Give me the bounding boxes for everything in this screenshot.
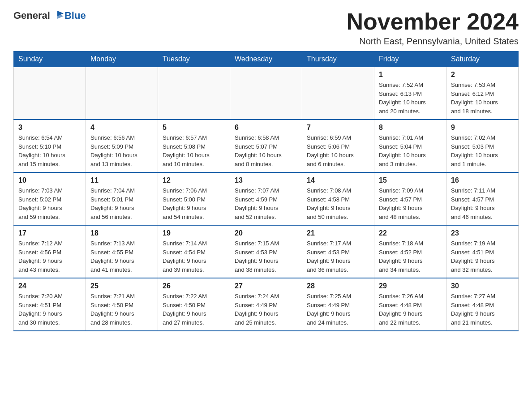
month-title: November 2024 — [347, 9, 519, 34]
day-info: Sunrise: 7:27 AM Sunset: 4:48 PM Dayligh… — [451, 292, 514, 327]
day-number: 26 — [163, 282, 225, 290]
day-info: Sunrise: 7:52 AM Sunset: 6:13 PM Dayligh… — [379, 81, 442, 116]
calendar-cell: 16Sunrise: 7:11 AM Sunset: 4:57 PM Dayli… — [446, 172, 519, 225]
calendar-cell: 29Sunrise: 7:26 AM Sunset: 4:48 PM Dayli… — [374, 278, 446, 331]
day-info: Sunrise: 7:08 AM Sunset: 4:58 PM Dayligh… — [307, 186, 369, 221]
logo-text-general: General — [13, 10, 50, 21]
calendar-cell: 17Sunrise: 7:12 AM Sunset: 4:56 PM Dayli… — [14, 225, 86, 278]
calendar-cell: 20Sunrise: 7:15 AM Sunset: 4:53 PM Dayli… — [230, 225, 302, 278]
day-info: Sunrise: 7:03 AM Sunset: 5:02 PM Dayligh… — [18, 186, 81, 221]
header-sunday: Sunday — [14, 51, 86, 67]
day-info: Sunrise: 7:18 AM Sunset: 4:52 PM Dayligh… — [379, 239, 442, 274]
day-info: Sunrise: 7:01 AM Sunset: 5:04 PM Dayligh… — [379, 133, 442, 168]
logo: General Blue — [13, 9, 86, 22]
day-number: 9 — [451, 124, 514, 132]
calendar-cell: 23Sunrise: 7:19 AM Sunset: 4:51 PM Dayli… — [446, 225, 519, 278]
calendar-cell: 11Sunrise: 7:04 AM Sunset: 5:01 PM Dayli… — [86, 172, 158, 225]
day-info: Sunrise: 7:22 AM Sunset: 4:50 PM Dayligh… — [163, 292, 225, 327]
day-info: Sunrise: 7:13 AM Sunset: 4:55 PM Dayligh… — [90, 239, 153, 274]
day-info: Sunrise: 7:11 AM Sunset: 4:57 PM Dayligh… — [451, 186, 514, 221]
calendar-table: SundayMondayTuesdayWednesdayThursdayFrid… — [13, 51, 519, 331]
day-info: Sunrise: 6:56 AM Sunset: 5:09 PM Dayligh… — [90, 133, 153, 168]
day-number: 24 — [18, 282, 81, 290]
calendar-cell: 3Sunrise: 6:54 AM Sunset: 5:10 PM Daylig… — [14, 120, 86, 172]
day-number: 6 — [235, 124, 297, 132]
calendar-cell: 22Sunrise: 7:18 AM Sunset: 4:52 PM Dayli… — [374, 225, 446, 278]
calendar-cell: 19Sunrise: 7:14 AM Sunset: 4:54 PM Dayli… — [158, 225, 230, 278]
calendar-cell: 6Sunrise: 6:58 AM Sunset: 5:07 PM Daylig… — [230, 120, 302, 172]
calendar-cell: 1Sunrise: 7:52 AM Sunset: 6:13 PM Daylig… — [374, 67, 446, 120]
calendar-cell: 28Sunrise: 7:25 AM Sunset: 4:49 PM Dayli… — [302, 278, 374, 331]
day-number: 20 — [235, 229, 297, 237]
header-thursday: Thursday — [302, 51, 374, 67]
day-info: Sunrise: 6:59 AM Sunset: 5:06 PM Dayligh… — [307, 133, 369, 168]
header-monday: Monday — [86, 51, 158, 67]
day-number: 1 — [379, 71, 442, 79]
day-number: 12 — [163, 176, 225, 184]
calendar-cell: 27Sunrise: 7:24 AM Sunset: 4:49 PM Dayli… — [230, 278, 302, 331]
day-info: Sunrise: 7:21 AM Sunset: 4:50 PM Dayligh… — [90, 292, 153, 327]
calendar-cell: 4Sunrise: 6:56 AM Sunset: 5:09 PM Daylig… — [86, 120, 158, 172]
day-number: 27 — [235, 282, 297, 290]
day-info: Sunrise: 7:07 AM Sunset: 4:59 PM Dayligh… — [235, 186, 297, 221]
day-number: 13 — [235, 176, 297, 184]
calendar-cell: 9Sunrise: 7:02 AM Sunset: 5:03 PM Daylig… — [446, 120, 519, 172]
calendar-cell: 5Sunrise: 6:57 AM Sunset: 5:08 PM Daylig… — [158, 120, 230, 172]
day-number: 19 — [163, 229, 225, 237]
calendar-cell: 26Sunrise: 7:22 AM Sunset: 4:50 PM Dayli… — [158, 278, 230, 331]
day-number: 29 — [379, 282, 442, 290]
title-section: November 2024 North East, Pennsylvania, … — [347, 9, 519, 47]
calendar-cell — [158, 67, 230, 120]
day-info: Sunrise: 7:24 AM Sunset: 4:49 PM Dayligh… — [235, 292, 297, 327]
calendar-cell: 15Sunrise: 7:09 AM Sunset: 4:57 PM Dayli… — [374, 172, 446, 225]
day-info: Sunrise: 7:17 AM Sunset: 4:53 PM Dayligh… — [307, 239, 369, 274]
logo-flag-icon — [51, 9, 64, 22]
calendar-week-3: 10Sunrise: 7:03 AM Sunset: 5:02 PM Dayli… — [14, 172, 519, 225]
calendar-cell — [86, 67, 158, 120]
day-number: 3 — [18, 124, 81, 132]
day-number: 16 — [451, 176, 514, 184]
calendar-cell: 13Sunrise: 7:07 AM Sunset: 4:59 PM Dayli… — [230, 172, 302, 225]
day-number: 28 — [307, 282, 369, 290]
calendar-cell — [14, 67, 86, 120]
header-wednesday: Wednesday — [230, 51, 302, 67]
day-info: Sunrise: 7:12 AM Sunset: 4:56 PM Dayligh… — [18, 239, 81, 274]
day-info: Sunrise: 7:25 AM Sunset: 4:49 PM Dayligh… — [307, 292, 369, 327]
calendar-week-1: 1Sunrise: 7:52 AM Sunset: 6:13 PM Daylig… — [14, 67, 519, 120]
day-info: Sunrise: 7:14 AM Sunset: 4:54 PM Dayligh… — [163, 239, 225, 274]
day-info: Sunrise: 7:06 AM Sunset: 5:00 PM Dayligh… — [163, 186, 225, 221]
day-number: 22 — [379, 229, 442, 237]
page-header: General Blue November 2024 North East, P… — [13, 9, 519, 47]
header-tuesday: Tuesday — [158, 51, 230, 67]
calendar-cell: 14Sunrise: 7:08 AM Sunset: 4:58 PM Dayli… — [302, 172, 374, 225]
day-info: Sunrise: 7:19 AM Sunset: 4:51 PM Dayligh… — [451, 239, 514, 274]
header-saturday: Saturday — [446, 51, 519, 67]
day-info: Sunrise: 7:20 AM Sunset: 4:51 PM Dayligh… — [18, 292, 81, 327]
calendar-cell: 30Sunrise: 7:27 AM Sunset: 4:48 PM Dayli… — [446, 278, 519, 331]
day-number: 18 — [90, 229, 153, 237]
day-number: 4 — [90, 124, 153, 132]
day-number: 17 — [18, 229, 81, 237]
day-number: 14 — [307, 176, 369, 184]
calendar-cell: 25Sunrise: 7:21 AM Sunset: 4:50 PM Dayli… — [86, 278, 158, 331]
day-number: 8 — [379, 124, 442, 132]
day-number: 30 — [451, 282, 514, 290]
day-info: Sunrise: 6:57 AM Sunset: 5:08 PM Dayligh… — [163, 133, 225, 168]
day-info: Sunrise: 7:53 AM Sunset: 6:12 PM Dayligh… — [451, 81, 514, 116]
day-info: Sunrise: 7:26 AM Sunset: 4:48 PM Dayligh… — [379, 292, 442, 327]
day-info: Sunrise: 7:02 AM Sunset: 5:03 PM Dayligh… — [451, 133, 514, 168]
day-info: Sunrise: 6:54 AM Sunset: 5:10 PM Dayligh… — [18, 133, 81, 168]
calendar-cell: 2Sunrise: 7:53 AM Sunset: 6:12 PM Daylig… — [446, 67, 519, 120]
day-number: 5 — [163, 124, 225, 132]
day-info: Sunrise: 7:09 AM Sunset: 4:57 PM Dayligh… — [379, 186, 442, 221]
day-info: Sunrise: 7:15 AM Sunset: 4:53 PM Dayligh… — [235, 239, 297, 274]
calendar-cell: 8Sunrise: 7:01 AM Sunset: 5:04 PM Daylig… — [374, 120, 446, 172]
day-info: Sunrise: 7:04 AM Sunset: 5:01 PM Dayligh… — [90, 186, 153, 221]
calendar-week-2: 3Sunrise: 6:54 AM Sunset: 5:10 PM Daylig… — [14, 120, 519, 172]
location-text: North East, Pennsylvania, United States — [347, 36, 519, 47]
day-number: 23 — [451, 229, 514, 237]
logo-text-blue: Blue — [64, 10, 86, 21]
day-number: 11 — [90, 176, 153, 184]
day-number: 7 — [307, 124, 369, 132]
calendar-cell: 21Sunrise: 7:17 AM Sunset: 4:53 PM Dayli… — [302, 225, 374, 278]
